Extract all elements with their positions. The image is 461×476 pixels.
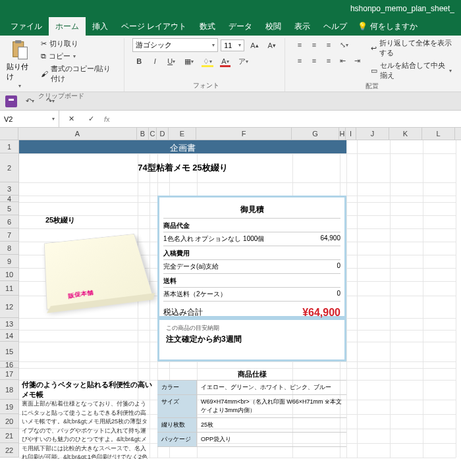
col-header[interactable]: H bbox=[339, 128, 346, 140]
save-button[interactable] bbox=[5, 95, 17, 107]
indent-increase-button[interactable]: ⇥ bbox=[351, 54, 364, 67]
col-header[interactable]: F bbox=[196, 128, 292, 140]
spec-row: 綴り枚数25枚 bbox=[157, 418, 346, 433]
row-header[interactable]: 6 bbox=[0, 215, 18, 228]
col-header[interactable]: I bbox=[346, 128, 356, 140]
align-left-button[interactable]: ≡ bbox=[293, 54, 306, 67]
tab-view[interactable]: 表示 bbox=[288, 17, 317, 36]
row-header[interactable]: 16 bbox=[0, 361, 18, 368]
row-header[interactable]: 5 bbox=[0, 202, 18, 215]
tab-review[interactable]: 校閲 bbox=[259, 17, 288, 36]
wrap-icon: ↩ bbox=[371, 44, 377, 53]
font-name-combo[interactable]: 游ゴシック▾ bbox=[132, 38, 218, 52]
col-header[interactable]: J bbox=[356, 128, 389, 140]
enter-formula-button[interactable]: ✓ bbox=[84, 113, 97, 126]
row-header[interactable]: 4 bbox=[0, 196, 18, 202]
clipboard-group: 貼り付け ▾ ✂切り取り ⧉コピー▾ 🖌書式のコピー/貼り付け クリップボード bbox=[4, 38, 124, 92]
col-header[interactable]: C bbox=[149, 128, 157, 140]
select-all-corner[interactable] bbox=[0, 128, 18, 140]
align-center-button[interactable]: ≡ bbox=[308, 54, 321, 67]
spreadsheet-grid[interactable]: ABCDEFGHIJKL 123456789101112131415161718… bbox=[0, 128, 461, 476]
cut-button[interactable]: ✂切り取り bbox=[40, 38, 119, 49]
row-header[interactable]: 12 bbox=[0, 296, 18, 318]
tab-help[interactable]: ヘルプ bbox=[317, 17, 354, 36]
row-header[interactable]: 14 bbox=[0, 330, 18, 342]
phonetic-button[interactable]: ア▾ bbox=[235, 55, 252, 68]
merge-center-button[interactable]: ▭セルを結合して中央揃え▾ bbox=[371, 61, 452, 80]
col-header[interactable]: E bbox=[169, 128, 196, 140]
row-header[interactable]: 9 bbox=[0, 255, 18, 268]
shrink-font-button[interactable]: A▾ bbox=[265, 39, 279, 52]
row-header[interactable]: 13 bbox=[0, 318, 18, 330]
fx-icon[interactable]: fx bbox=[104, 115, 110, 123]
formula-bar-row: V2▾ ✕ ✓ fx bbox=[0, 111, 461, 128]
row-header[interactable]: 22 bbox=[0, 443, 18, 458]
spec-row: パッケージOPP袋入り bbox=[157, 433, 346, 447]
eta-box: この商品の目安納期注文確定から約3週間 bbox=[157, 318, 346, 361]
align-bottom-button[interactable]: ≡ bbox=[322, 38, 335, 51]
row-header[interactable]: 1 bbox=[0, 140, 18, 153]
row-header[interactable]: 3 bbox=[0, 182, 18, 196]
ribbon: 貼り付け ▾ ✂切り取り ⧉コピー▾ 🖌書式のコピー/貼り付け クリップボード … bbox=[0, 36, 461, 92]
orientation-button[interactable]: ⤡▾ bbox=[337, 38, 352, 51]
grow-font-button[interactable]: A▴ bbox=[247, 39, 261, 52]
paste-button[interactable]: 貼り付け ▾ bbox=[4, 38, 36, 90]
row-header[interactable]: 19 bbox=[0, 400, 18, 414]
wrap-text-button[interactable]: ↩折り返して全体を表示する bbox=[371, 38, 452, 58]
redo-button[interactable]: ↷▾ bbox=[43, 95, 58, 108]
col-header[interactable]: K bbox=[389, 128, 422, 140]
col-header[interactable]: L bbox=[422, 128, 455, 140]
col-header[interactable]: A bbox=[18, 128, 137, 140]
save-icon bbox=[7, 97, 15, 105]
row-header[interactable]: 2 bbox=[0, 153, 18, 182]
border-button[interactable]: ▦▾ bbox=[181, 55, 197, 68]
row-header[interactable]: 21 bbox=[0, 429, 18, 443]
tab-insert[interactable]: 挿入 bbox=[86, 17, 115, 36]
svg-rect-2 bbox=[18, 47, 28, 59]
tell-me[interactable]: 💡 何をしますか bbox=[358, 21, 418, 32]
underline-button[interactable]: U▾ bbox=[164, 55, 178, 68]
tab-formula[interactable]: 数式 bbox=[193, 17, 222, 36]
merge-icon: ▭ bbox=[371, 66, 377, 75]
align-middle-button[interactable]: ≡ bbox=[308, 38, 321, 51]
fill-color-button[interactable]: ♢▾ bbox=[200, 55, 215, 68]
italic-button[interactable]: I bbox=[148, 55, 161, 68]
undo-button[interactable]: ↶▾ bbox=[22, 95, 38, 108]
bold-button[interactable]: B bbox=[132, 55, 146, 68]
indent-decrease-button[interactable]: ⇤ bbox=[337, 54, 350, 67]
row-header[interactable]: 20 bbox=[0, 414, 18, 429]
tab-layout[interactable]: ページ レイアウト bbox=[115, 17, 193, 36]
row-header[interactable]: 11 bbox=[0, 281, 18, 296]
name-box[interactable]: V2▾ bbox=[0, 111, 59, 127]
row-header[interactable]: 18 bbox=[0, 380, 18, 400]
align-top-button[interactable]: ≡ bbox=[293, 38, 306, 51]
tab-data[interactable]: データ bbox=[222, 17, 259, 36]
title-bar: hshonpo_memo_plan_sheet_ bbox=[0, 0, 461, 17]
spec-row: カラーイエロー、グリーン、ホワイト、ピンク、ブルー bbox=[157, 381, 346, 395]
formula-bar[interactable] bbox=[115, 114, 461, 124]
row-header[interactable]: 10 bbox=[0, 268, 18, 281]
font-size-combo[interactable]: 11▾ bbox=[221, 40, 244, 51]
col-header[interactable]: D bbox=[157, 128, 169, 140]
spec-row: サイズW69×H74mm<br>（名入れ印面 W66×H71mm ※本文ケイより… bbox=[157, 395, 346, 418]
col-header[interactable]: G bbox=[292, 128, 339, 140]
product-image: 25枚綴り販促本舗 bbox=[26, 202, 157, 314]
quote-box: 御見積商品代金1色名入れ オプションなし 1000個64,900入稿費用完全デー… bbox=[157, 196, 346, 318]
row-header[interactable]: 15 bbox=[0, 342, 18, 361]
tab-home[interactable]: ホーム bbox=[49, 17, 86, 36]
clipboard-icon bbox=[11, 40, 29, 61]
tab-file[interactable]: ファイル bbox=[4, 17, 49, 36]
copy-button[interactable]: ⧉コピー▾ bbox=[40, 51, 119, 62]
row-header[interactable]: 17 bbox=[0, 368, 18, 380]
cancel-formula-button[interactable]: ✕ bbox=[65, 113, 78, 126]
col-header[interactable]: B bbox=[137, 128, 149, 140]
file-name: hshonpo_memo_plan_sheet_ bbox=[350, 4, 454, 13]
memo-label: 25枚綴り bbox=[45, 215, 75, 225]
group-label: クリップボード bbox=[4, 90, 119, 101]
row-header[interactable]: 7 bbox=[0, 228, 18, 242]
align-right-button[interactable]: ≡ bbox=[322, 54, 335, 67]
row-header[interactable]: 8 bbox=[0, 242, 18, 255]
format-painter-button[interactable]: 🖌書式のコピー/貼り付け bbox=[40, 63, 119, 84]
font-color-button[interactable]: A▾ bbox=[218, 55, 232, 68]
svg-rect-4 bbox=[9, 99, 14, 101]
